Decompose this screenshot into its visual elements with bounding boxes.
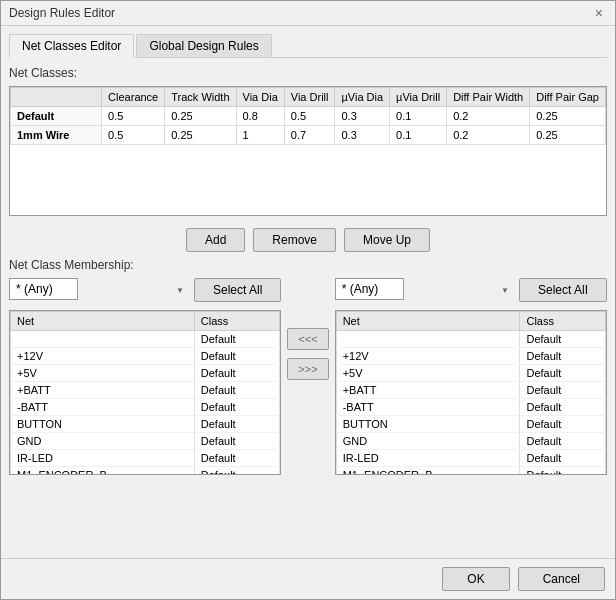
left-list-table: Net Class Default+12VDefault+5VDefault+B… (10, 311, 280, 475)
right-dropdown[interactable]: * (Any) Default 1mm Wire (335, 278, 404, 300)
list-item[interactable]: BUTTONDefault (336, 416, 605, 433)
membership-area: * (Any) Default 1mm Wire Select All Net … (9, 278, 607, 550)
col-uvia-drill: µVia Drill (390, 88, 447, 107)
list-item[interactable]: GNDDefault (11, 433, 280, 450)
list-item[interactable]: +5VDefault (11, 365, 280, 382)
left-membership-panel: * (Any) Default 1mm Wire Select All Net … (9, 278, 281, 475)
right-list-container[interactable]: Net Class Default+12VDefault+5VDefault+B… (335, 310, 607, 475)
left-dropdown-wrap: * (Any) Default 1mm Wire (9, 278, 190, 302)
main-window: Design Rules Editor × Net Classes Editor… (0, 0, 616, 600)
col-diff-pair-width: Diff Pair Width (447, 88, 530, 107)
list-item[interactable]: M1_ENCODER_BDefault (336, 467, 605, 476)
right-select-all-button[interactable]: Select AlI (519, 278, 607, 302)
main-content: Net Classes Editor Global Design Rules N… (1, 26, 615, 558)
net-classes-label: Net Classes: (9, 66, 607, 80)
list-item[interactable]: GNDDefault (336, 433, 605, 450)
col-uvia-dia: µVia Dia (335, 88, 390, 107)
col-name (11, 88, 102, 107)
tab-net-classes[interactable]: Net Classes Editor (9, 34, 134, 58)
list-item[interactable]: +BATTDefault (336, 382, 605, 399)
window-title: Design Rules Editor (9, 6, 115, 20)
left-col-net: Net (11, 312, 195, 331)
list-item[interactable]: Default (11, 331, 280, 348)
left-dropdown[interactable]: * (Any) Default 1mm Wire (9, 278, 78, 300)
membership-label: Net Class Membership: (9, 258, 607, 272)
net-classes-table-container: Clearance Track Width Via Dia Via Drill … (9, 86, 607, 216)
left-arrow-button[interactable]: <<< (287, 328, 328, 350)
col-clearance: Clearance (102, 88, 165, 107)
list-item[interactable]: -BATTDefault (11, 399, 280, 416)
right-col-net: Net (336, 312, 520, 331)
col-track-width: Track Width (165, 88, 236, 107)
arrows-column: <<< >>> (287, 278, 328, 380)
list-item[interactable]: +12VDefault (11, 348, 280, 365)
right-col-class: Class (520, 312, 606, 331)
list-item[interactable]: +12VDefault (336, 348, 605, 365)
right-list-table: Net Class Default+12VDefault+5VDefault+B… (336, 311, 606, 475)
left-select-all-button[interactable]: Select All (194, 278, 281, 302)
left-list-container[interactable]: Net Class Default+12VDefault+5VDefault+B… (9, 310, 281, 475)
table-row[interactable]: Default 0.5 0.25 0.8 0.5 0.3 0.1 0.2 0.2… (11, 107, 606, 126)
remove-button[interactable]: Remove (253, 228, 336, 252)
ok-button[interactable]: OK (442, 567, 509, 591)
list-item[interactable]: Default (336, 331, 605, 348)
col-via-drill: Via Drill (284, 88, 335, 107)
table-row[interactable]: 1mm Wire 0.5 0.25 1 0.7 0.3 0.1 0.2 0.25 (11, 126, 606, 145)
table-actions: Add Remove Move Up (9, 228, 607, 252)
col-diff-pair-gap: Diff Pair Gap (530, 88, 606, 107)
right-dropdown-wrap: * (Any) Default 1mm Wire (335, 278, 515, 302)
tab-bar: Net Classes Editor Global Design Rules (9, 34, 607, 58)
cancel-button[interactable]: Cancel (518, 567, 605, 591)
right-membership-panel: * (Any) Default 1mm Wire Select AlI Net … (335, 278, 607, 475)
list-item[interactable]: IR-LEDDefault (11, 450, 280, 467)
right-arrow-button[interactable]: >>> (287, 358, 328, 380)
list-item[interactable]: -BATTDefault (336, 399, 605, 416)
close-button[interactable]: × (591, 5, 607, 21)
net-classes-table: Clearance Track Width Via Dia Via Drill … (10, 87, 606, 145)
list-item[interactable]: BUTTONDefault (11, 416, 280, 433)
right-panel-top: * (Any) Default 1mm Wire Select AlI (335, 278, 607, 302)
add-button[interactable]: Add (186, 228, 245, 252)
list-item[interactable]: +5VDefault (336, 365, 605, 382)
footer: OK Cancel (1, 558, 615, 599)
title-bar: Design Rules Editor × (1, 1, 615, 26)
list-item[interactable]: +BATTDefault (11, 382, 280, 399)
list-item[interactable]: IR-LEDDefault (336, 450, 605, 467)
list-item[interactable]: M1_ENCODER_BDefault (11, 467, 280, 476)
left-panel-top: * (Any) Default 1mm Wire Select All (9, 278, 281, 302)
move-up-button[interactable]: Move Up (344, 228, 430, 252)
left-col-class: Class (194, 312, 280, 331)
tab-global-design-rules[interactable]: Global Design Rules (136, 34, 271, 57)
col-via-dia: Via Dia (236, 88, 284, 107)
